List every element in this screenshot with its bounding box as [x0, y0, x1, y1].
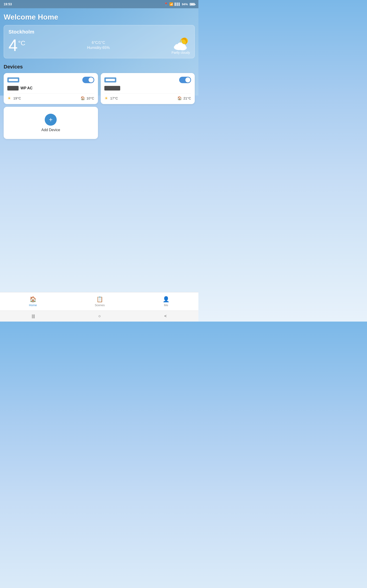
nav-me[interactable]: 👤 Me [163, 296, 169, 307]
device-1-current-temp: ☀ 19°C [7, 96, 21, 100]
status-bar: 19:53 📍 📶 ▌▌▌ 94% [0, 0, 198, 8]
add-device-button[interactable]: + [45, 114, 57, 126]
device-card-1-header [7, 77, 94, 83]
device-card-2[interactable]: ▓▓▓▓▓▓ ☀ 17°C 🏠 21°C [101, 73, 195, 104]
scenes-nav-icon: 📋 [96, 296, 103, 303]
ac-icon-1 [7, 78, 19, 82]
plus-icon: + [49, 116, 52, 123]
weather-humidity: Humidity:65% [87, 46, 110, 50]
main-content: Welcome Home Stockholm 4°C 6°C/1°C Humid… [0, 8, 198, 292]
device-2-current-temp: ☀ 17°C [104, 96, 118, 100]
device-card-2-header [104, 77, 191, 83]
battery-percent: 94% [182, 2, 188, 6]
device-1-name-blur: ▓▓▓▓ [7, 86, 19, 90]
sun-icon-1: ☀ [7, 96, 12, 100]
home-nav-icon: 🏠 [30, 296, 36, 303]
weather-condition-icon [172, 36, 190, 51]
device-1-toggle[interactable] [82, 77, 94, 83]
sun-icon-2: ☀ [104, 96, 109, 100]
weather-details: 6°C/1°C Humidity:65% [87, 41, 110, 50]
recent-apps-button[interactable]: ||| [32, 314, 35, 319]
device-1-footer: ☀ 19°C 🏠 10°C [7, 93, 94, 100]
status-icons: 📍 📶 ▌▌▌ 94% [164, 2, 195, 6]
home-temp-icon-2: 🏠 [177, 96, 182, 100]
weather-body: 4°C 6°C/1°C Humidity:65% [8, 36, 190, 54]
android-nav: ||| ○ < [0, 311, 198, 321]
add-device-label: Add Device [41, 128, 60, 132]
home-temp-icon-1: 🏠 [81, 96, 85, 100]
device-2-home-temp: 🏠 21°C [177, 96, 191, 100]
svg-point-5 [181, 44, 186, 49]
location-icon: 📍 [164, 2, 168, 6]
device-2-footer: ☀ 17°C 🏠 21°C [104, 93, 191, 100]
add-device-card[interactable]: + Add Device [4, 107, 98, 139]
devices-section: Devices ▓▓▓▓ WP AC ☀ 19°C [4, 64, 195, 139]
wifi-icon: 📶 [169, 2, 173, 6]
home-nav-label: Home [29, 303, 37, 307]
device-1-name: ▓▓▓▓ WP AC [7, 86, 94, 90]
scenes-nav-label: Scenes [95, 303, 105, 307]
device-card-1[interactable]: ▓▓▓▓ WP AC ☀ 19°C 🏠 10°C [4, 73, 98, 104]
devices-grid: ▓▓▓▓ WP AC ☀ 19°C 🏠 10°C [4, 73, 195, 139]
nav-home[interactable]: 🏠 Home [29, 296, 37, 307]
weather-temp-big-container: 4°C [8, 37, 25, 53]
signal-icon: ▌▌▌ [175, 2, 181, 6]
weather-icon-section: Partly cloudy [172, 36, 190, 54]
page-title: Welcome Home [4, 13, 195, 21]
battery-icon [190, 3, 195, 6]
device-1-home-temp: 🏠 10°C [81, 96, 94, 100]
devices-title: Devices [4, 64, 195, 70]
weather-card: Stockholm 4°C 6°C/1°C Humidity:65% [4, 25, 195, 58]
weather-temp-range: 6°C/1°C [87, 41, 110, 45]
home-button[interactable]: ○ [98, 314, 101, 319]
device-2-name: ▓▓▓▓▓▓ [104, 86, 191, 90]
nav-scenes[interactable]: 📋 Scenes [95, 296, 105, 307]
status-time: 19:53 [4, 2, 12, 6]
bottom-nav: 🏠 Home 📋 Scenes 👤 Me [0, 292, 198, 311]
weather-condition-label: Partly cloudy [172, 51, 190, 54]
device-2-name-blur: ▓▓▓▓▓▓ [104, 86, 120, 90]
me-nav-icon: 👤 [163, 296, 169, 303]
back-button[interactable]: < [164, 314, 167, 319]
weather-city: Stockholm [8, 29, 190, 35]
weather-temp-big: 4°C [8, 36, 25, 54]
device-2-toggle[interactable] [179, 77, 191, 83]
me-nav-label: Me [164, 303, 168, 307]
ac-icon-2 [104, 78, 116, 82]
